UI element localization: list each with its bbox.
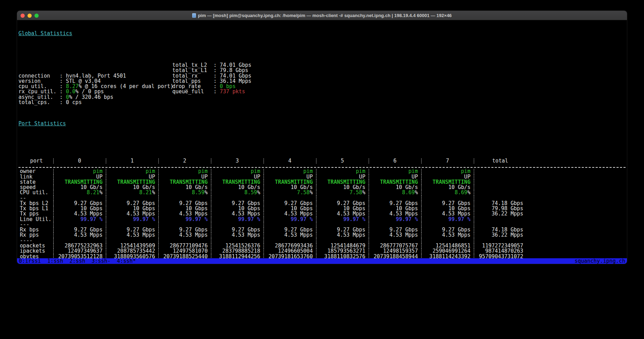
port-table-header-row: port01234567total [18, 158, 627, 164]
row-label: Rx pps [18, 232, 53, 238]
port-table-row-owner: ownerpimpimpimpimpimpimpimpim [18, 169, 627, 174]
global-stat-cpu-util: cpu_util.: 8.27% @ 16 cores (4 per dual … [18, 84, 627, 89]
column-header-1: 1 [106, 158, 158, 164]
row-label: Tx bps L1 [18, 206, 53, 211]
port-table-row-rx-bps: Rx bps9.27 Gbps9.27 Gbps9.27 Gbps9.27 Gb… [18, 227, 627, 232]
port-table-row-sep: --- [18, 222, 627, 227]
tmux-hostname: squanchy.ipng.ch [575, 258, 625, 264]
port-table-row-cpu-util: CPU util.8.21%8.21%8.59%8.59%7.58%7.58%8… [18, 190, 627, 195]
port-table-row-ipackets: ipackets12497349637208785735442124975810… [18, 249, 627, 254]
window-title-area: pim — [mosh] pim@squanchy.ipng.ch: /home… [17, 13, 627, 18]
close-button[interactable] [21, 14, 25, 18]
port-statistics-heading: Port Statistics [18, 121, 627, 126]
port-table-row-sep: ---- [18, 238, 627, 243]
traffic-lights [17, 11, 39, 20]
port-table-row-link: linkUPUPUPUPUPUPUPUP [18, 174, 627, 180]
titlebar[interactable]: pim — [mosh] pim@squanchy.ipng.ch: /home… [17, 11, 627, 20]
port-table-row-rx-pps: Rx pps4.53 Mpps4.53 Mpps4.53 Mpps4.53 Mp… [18, 232, 627, 238]
global-stat-total-cps: total_cps.: 0 cps [18, 100, 627, 105]
global-statistics-left-column: connection: hvn4.lab, Port 4501version: … [18, 73, 627, 105]
terminal-window: pim — [mosh] pim@squanchy.ipng.ch: /home… [17, 10, 627, 264]
row-label: link [18, 174, 53, 180]
document-icon [192, 13, 196, 18]
row-label: Tx pps [18, 211, 53, 216]
column-header-2: 2 [158, 158, 211, 164]
terminal-content: Global Statistics connection: hvn4.lab, … [17, 20, 627, 264]
tmux-status-bar: 0:irssi 1:ssh 2:ssh 3:ssh- 4:ssh* squanc… [17, 258, 627, 264]
port-column-header: port [18, 158, 53, 164]
window-title: pim — [mosh] pim@squanchy.ipng.ch: /home… [198, 13, 451, 18]
port-table-row-opackets: opackets28677523296312541439509286777109… [18, 243, 627, 249]
row-label: owner [18, 169, 53, 174]
row-label: Tx bps L2 [18, 201, 53, 206]
row-label: state [18, 180, 53, 185]
row-label: speed [18, 185, 53, 190]
row-label: Rx bps [18, 227, 53, 232]
row-label: --- [18, 222, 53, 227]
global-statistics: connection: hvn4.lab, Port 4501version: … [18, 63, 627, 95]
column-header-0: 0 [53, 158, 106, 164]
tmux-window-list[interactable]: 0:irssi 1:ssh 2:ssh 3:ssh- 4:ssh* [19, 258, 136, 264]
global-statistics-heading: Global Statistics [18, 31, 627, 36]
column-header-3: 3 [211, 158, 264, 164]
desktop: pim — [mosh] pim@squanchy.ipng.ch: /home… [0, 0, 644, 339]
port-table-row-tx-bps-l1: Tx bps L110 Gbps10 Gbps10 Gbps10 Gbps10 … [18, 206, 627, 211]
row-label: ipackets [18, 249, 53, 254]
stat-label: queue_full [172, 89, 213, 94]
header-separator-row [18, 164, 627, 169]
port-table-row-state: stateTRANSMITTINGTRANSMITTINGTRANSMITTIN… [18, 180, 627, 185]
global-stat-queue-full: queue_full: 737 pkts [172, 89, 251, 94]
port-table-row-line-util: Line Util.99.97 %99.97 %99.97 %99.97 %99… [18, 217, 627, 222]
column-header-total: total [474, 158, 526, 164]
column-header-7: 7 [421, 158, 474, 164]
stat-label: total_cps. [18, 100, 60, 105]
port-table-row-sep: -- [18, 196, 627, 201]
port-table-row-speed: speed10 Gb/s10 Gb/s10 Gb/s10 Gb/s10 Gb/s… [18, 185, 627, 190]
global-statistics-right-column: total_tx_L2: 74.01 Gbpstotal_tx_L1: 79.8… [172, 63, 251, 95]
port-table-row-tx-pps: Tx pps4.53 Mpps4.53 Mpps4.53 Mpps4.53 Mp… [18, 211, 627, 216]
row-label: ---- [18, 238, 53, 243]
minimize-button[interactable] [28, 14, 32, 18]
row-label: Line Util. [18, 217, 53, 222]
port-statistics-table: port01234567totalownerpimpimpimpimpimpim… [18, 158, 627, 264]
column-header-5: 5 [316, 158, 369, 164]
row-label: CPU util. [18, 190, 53, 195]
row-label: opackets [18, 243, 53, 249]
port-table-row-tx-bps-l2: Tx bps L29.27 Gbps9.27 Gbps9.27 Gbps9.27… [18, 201, 627, 206]
row-label: -- [18, 196, 53, 201]
global-stat-async-util: async_util.: 0% / 320.46 bps [18, 95, 627, 100]
zoom-button[interactable] [34, 14, 39, 18]
column-header-4: 4 [264, 158, 316, 164]
global-stat-connection: connection: hvn4.lab, Port 4501 [18, 73, 627, 79]
column-header-6: 6 [369, 158, 421, 164]
